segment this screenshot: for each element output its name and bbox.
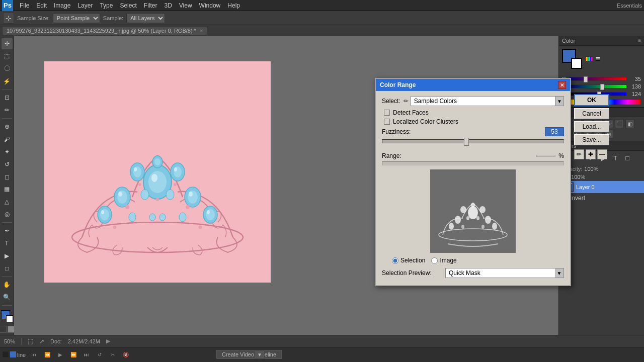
standard-mode-btn[interactable] <box>0 326 7 333</box>
arrow-btn[interactable]: ▶ <box>106 338 110 344</box>
dodge-tool[interactable]: ◎ <box>2 209 13 220</box>
fuzziness-input[interactable]: 53 <box>545 127 564 136</box>
lasso-tool[interactable]: 〇 <box>2 63 13 74</box>
image-radio[interactable] <box>431 257 438 264</box>
color-panel-menu[interactable]: ≡ <box>638 38 641 44</box>
history-brush[interactable]: ↺ <box>2 159 13 170</box>
play-btn[interactable]: ▶ <box>56 350 65 359</box>
svg-point-48 <box>466 216 469 220</box>
svg-point-25 <box>129 213 136 222</box>
text-path-icon[interactable]: T <box>610 153 620 163</box>
sample-select[interactable]: All Layers <box>126 13 165 23</box>
dialog-close-button[interactable]: ✕ <box>558 81 566 89</box>
heal-tool[interactable]: ⊕ <box>2 121 13 132</box>
shape-path-icon[interactable]: □ <box>622 153 632 163</box>
adj-icon-6[interactable]: ⬛ <box>615 119 624 128</box>
bg-color-swatch[interactable] <box>571 58 582 69</box>
range-slider-container <box>382 161 564 165</box>
gradient-tool[interactable]: ▦ <box>2 184 13 195</box>
menu-select[interactable]: Select <box>116 1 140 10</box>
adj-icon-7[interactable]: ◧ <box>625 119 634 128</box>
create-timeline-arrow-btn[interactable]: ▼ <box>255 350 265 359</box>
hand-tool[interactable]: ✋ <box>2 279 13 290</box>
step-fwd-btn[interactable]: ⏩ <box>69 350 78 359</box>
fg-bg-swatches[interactable] <box>562 49 582 69</box>
menu-filter[interactable]: Filter <box>140 1 161 10</box>
crop-tool[interactable]: ⊡ <box>2 92 13 103</box>
add-media-btn[interactable]: ✂ <box>108 350 117 359</box>
blue-swatch[interactable] <box>10 351 17 358</box>
select-value-display[interactable]: Sampled Colors <box>411 96 555 106</box>
clone-tool[interactable]: ✦ <box>2 146 13 157</box>
move-tool[interactable]: ✛ <box>2 38 13 49</box>
selection-radio-label[interactable]: Selection <box>392 257 425 264</box>
text-tool[interactable]: T <box>2 238 13 249</box>
black-swatch[interactable] <box>2 351 9 358</box>
menu-3d[interactable]: 3D <box>160 1 175 10</box>
sample-size-select[interactable]: Point Sample <box>53 13 100 23</box>
preview-select-arrow[interactable]: ▼ <box>555 268 564 278</box>
svg-point-32 <box>186 205 190 209</box>
svg-point-18 <box>100 209 109 220</box>
svg-point-19 <box>101 210 104 214</box>
shape-tool[interactable]: □ <box>2 263 13 274</box>
range-input[interactable] <box>536 155 555 157</box>
sample-label: Sample: <box>103 15 123 21</box>
blur-tool[interactable]: △ <box>2 196 13 207</box>
localized-checkbox[interactable] <box>384 119 390 125</box>
localized-row: Localized Color Clusters <box>384 118 564 125</box>
color-swatches-section <box>559 46 644 74</box>
range-slider-track[interactable] <box>382 161 564 165</box>
menu-image[interactable]: Image <box>50 1 74 10</box>
cancel-button[interactable]: Cancel <box>574 108 609 119</box>
preview-image <box>430 169 516 253</box>
image-radio-label[interactable]: Image <box>431 257 456 264</box>
loop-btn[interactable]: ↺ <box>95 350 104 359</box>
zoom-tool[interactable]: 🔍 <box>2 292 13 303</box>
fuzziness-slider-track[interactable] <box>382 139 564 143</box>
menu-window[interactable]: Window <box>196 1 224 10</box>
svg-point-7 <box>134 167 137 171</box>
menu-type[interactable]: Type <box>96 1 116 10</box>
create-video-timeline-btn[interactable]: Create Video Timeline <box>216 350 282 359</box>
dialog-title: Color Range <box>380 81 416 88</box>
file-tab[interactable]: 10799276_932312230130433_1143225929_n.jp… <box>2 26 207 35</box>
select-dropdown-arrow[interactable]: ▼ <box>555 96 564 106</box>
detect-faces-row: Detect Faces <box>384 109 564 116</box>
document-icon: ⬚ <box>28 338 33 345</box>
eyedropper-add-btn[interactable]: ✚ <box>586 149 596 159</box>
path-select-tool[interactable]: ▶ <box>2 250 13 261</box>
color-swatch-row <box>562 49 641 69</box>
ok-button[interactable]: OK <box>574 94 609 106</box>
svg-point-46 <box>449 223 454 230</box>
tab-close-icon[interactable]: × <box>200 28 203 34</box>
selection-tool[interactable]: ⬚ <box>2 51 13 62</box>
foreground-background-swatches[interactable] <box>1 310 13 322</box>
next-frame-btn[interactable]: ⏭ <box>82 350 91 359</box>
brush-tool[interactable]: 🖌 <box>2 134 13 145</box>
menu-help[interactable]: Help <box>224 1 244 10</box>
eyedropper-tool[interactable]: ✏ <box>2 105 13 116</box>
save-button[interactable]: Save... <box>574 134 609 145</box>
detect-faces-checkbox[interactable] <box>384 110 390 116</box>
grayscale-bar <box>595 56 600 61</box>
pen-tool[interactable]: ✒ <box>2 225 13 236</box>
eyedropper-remove-btn[interactable]: — <box>597 149 607 159</box>
menu-file[interactable]: File <box>16 1 33 10</box>
menu-layer[interactable]: Layer <box>74 1 96 10</box>
svg-point-31 <box>125 205 129 209</box>
menu-view[interactable]: View <box>176 1 196 10</box>
color-squares <box>2 351 17 358</box>
eraser-tool[interactable]: ◻ <box>2 171 13 183</box>
step-back-btn[interactable]: ⏪ <box>43 350 52 359</box>
background-swatch[interactable] <box>6 315 13 322</box>
audio-btn[interactable]: 🔇 <box>121 350 130 359</box>
load-button[interactable]: Load... <box>574 121 609 132</box>
fuzziness-slider-thumb[interactable] <box>464 138 469 146</box>
prev-frame-btn[interactable]: ⏮ <box>30 350 39 359</box>
preview-select-value[interactable]: Quick Mask <box>445 268 555 278</box>
magic-wand-tool[interactable]: ⚡ <box>2 76 13 87</box>
menu-edit[interactable]: Edit <box>33 1 50 10</box>
eyedropper-sample-btn[interactable]: ✏ <box>574 149 584 159</box>
selection-radio[interactable] <box>392 257 398 264</box>
